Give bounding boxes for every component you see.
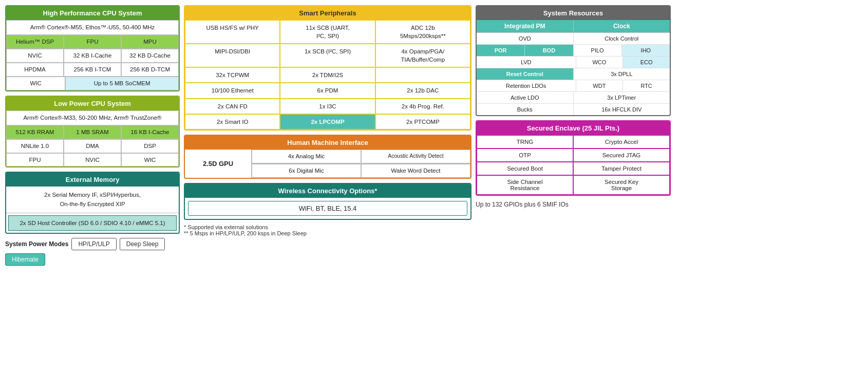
sp-usb: USB HS/FS w/ PHY: [185, 20, 280, 44]
hp-cpu-section: High Performance CPU System Arm® Cortex®…: [5, 5, 180, 91]
lp-cpu-dsp: DSP: [121, 139, 179, 153]
hp-cpu-row1: Helium™ DSP FPU MPU: [6, 35, 179, 49]
wireless-inner: WiFi, BT, BLE, 15.4: [185, 198, 470, 219]
sp-i3c: 1x I3C: [280, 99, 375, 114]
sp-lpcomp: 2x LPCOMP: [280, 114, 375, 129]
sys-bucks: Bucks: [477, 104, 574, 115]
hp-cpu-socmem: Up to 5 MB SoCMEM: [65, 77, 179, 90]
enc-tamper: Tamper Protect: [573, 162, 670, 175]
sys-dpll: 3x DPLL: [574, 68, 670, 80]
lp-cpu-title: Low Power CPU System: [6, 97, 179, 110]
hmi-row2: 6x Digital Mic Wake Word Detect: [252, 164, 470, 178]
sys-act-ldo: Active LDO: [477, 92, 574, 103]
lp-cpu-nvic: NVIC: [64, 153, 121, 167]
sp-tdm: 2x TDM/I2S: [280, 67, 375, 83]
lp-cpu-row2: NNLite 1.0 DMA DSP: [6, 139, 179, 153]
sp-scb1: 1x SCB (I²C, SPI): [280, 44, 375, 67]
ext-mem-row2: 2x SD Host Controller (SD 6.0 / SDIO 4.1…: [8, 215, 177, 231]
enc-boot: Secured Boot: [477, 162, 573, 175]
sp-tcpwm: 32x TCPWM: [185, 67, 280, 83]
sys-hfclk: 16x HFCLK DIV: [574, 104, 670, 115]
hp-cpu-mpu: MPU: [121, 35, 179, 49]
hmi-digital-mic: 6x Digital Mic: [252, 164, 361, 178]
power-modes: System Power Modes HP/LP/ULP Deep Sleep …: [5, 238, 180, 266]
hp-cpu-hpdma: HPDMA: [6, 63, 64, 77]
sp-ethernet: 10/100 Ethernet: [185, 83, 280, 98]
sys-row-reset: Reset Control 3x DPLL: [477, 68, 670, 80]
sys-wco: WCO: [576, 57, 624, 68]
hmi-title: Human Machine Interface: [185, 136, 470, 150]
lp-cpu-icache: 16 KB I-Cache: [121, 125, 179, 139]
hmi-wake-word: Wake Word Detect: [361, 164, 470, 178]
sys-wco-eco: WCO ECO: [576, 57, 670, 68]
hp-cpu-itcm: 256 KB I-TCM: [64, 63, 121, 77]
smart-per-grid: USB HS/FS w/ PHY 11x SCB (UART,I²C, SPI)…: [185, 20, 470, 129]
gpio-note: Up to 132 GPIOs plus 6 SMIF IOs: [476, 201, 671, 208]
sys-wdt: WDT: [576, 80, 624, 91]
sp-prog-ref: 2x 4b Prog. Ref.: [375, 99, 470, 114]
hmi-gpu: 2.5D GPU: [185, 150, 252, 178]
notes: * Supported via external solutions ** 5 …: [184, 224, 471, 236]
hmi-inner: 2.5D GPU 4x Analog Mic Acoustic Activity…: [185, 150, 470, 178]
ext-mem-section: External Memory 2x Serial Memory IF, xSP…: [5, 172, 180, 234]
wireless-section: Wireless Connectivity Options* WiFi, BT,…: [184, 183, 471, 220]
sp-scb11: 11x SCB (UART,I²C, SPI): [280, 20, 375, 44]
sys-row-ovd: OVD Clock Control: [477, 33, 670, 45]
sys-row-lvd: LVD WCO ECO: [477, 57, 670, 68]
main-wrapper: High Performance CPU System Arm® Cortex®…: [5, 5, 863, 266]
enc-jtag: Secured JTAG: [573, 149, 670, 162]
power-label: System Power Modes: [5, 240, 68, 248]
enc-crypto: Crypto Accel: [573, 135, 670, 149]
sys-res-col-headers: Integrated PM Clock: [477, 20, 670, 33]
sys-row-act-ldo: Active LDO 3x LPTimer: [477, 92, 670, 104]
hmi-analog-mic: 4x Analog Mic: [252, 150, 361, 163]
hp-cpu-row4: WIC Up to 5 MB SoCMEM: [6, 77, 179, 90]
sys-row-bucks: Bucks 16x HFCLK DIV: [477, 104, 670, 115]
sp-empty: [375, 67, 470, 83]
lp-cpu-subtitle: Arm® Cortex®-M33, 50-200 MHz, Arm® Trust…: [6, 110, 179, 125]
sp-pdm: 6x PDM: [280, 83, 375, 98]
sec-enc-section: Secured Enclave (25 JIL Pts.) TRNG Crypt…: [476, 120, 671, 196]
power-btn-hibernate[interactable]: Hibernate: [5, 253, 45, 266]
enc-key-storage: Secured KeyStorage: [573, 175, 670, 195]
sys-row-ret-ldo: Retention LDOs WDT RTC: [477, 80, 670, 92]
sys-por: POR: [477, 45, 525, 56]
enc-grid: TRNG Crypto Accel OTP Secured JTAG Secur…: [477, 135, 670, 195]
col-left: High Performance CPU System Arm® Cortex®…: [5, 5, 180, 266]
enc-trng: TRNG: [477, 135, 573, 149]
sp-ptcomp: 2x PTCOMP: [375, 114, 470, 129]
lp-cpu-sram: 1 MB SRAM: [64, 125, 121, 139]
hp-cpu-dcache: 32 KB D-Cache: [121, 49, 179, 63]
sys-lvd: LVD: [477, 57, 576, 68]
sys-res-title: System Resources: [477, 6, 670, 20]
sec-enc-title: Secured Enclave (25 JIL Pts.): [477, 121, 670, 135]
hmi-row1: 4x Analog Mic Acoustic Activity Detect: [252, 150, 470, 164]
lp-cpu-nnlite: NNLite 1.0: [6, 139, 64, 153]
hp-cpu-nvic: NVIC: [6, 49, 64, 63]
hp-cpu-title: High Performance CPU System: [6, 6, 179, 20]
sys-ret-ldos: Retention LDOs: [477, 80, 576, 91]
power-btn-hp[interactable]: HP/LP/ULP: [71, 238, 116, 250]
hmi-acoustic: Acoustic Activity Detect: [361, 150, 470, 163]
hp-cpu-subtitle-row: Arm® Cortex®-M55, Ethos™-U55, 50-400 MHz: [6, 20, 179, 35]
sp-canfd: 2x CAN FD: [185, 99, 280, 114]
smart-per-section: Smart Peripherals USB HS/FS w/ PHY 11x S…: [184, 5, 471, 131]
hp-cpu-helium: Helium™ DSP: [6, 35, 64, 49]
sys-row-por: POR BOD PILO IHO: [477, 45, 670, 57]
col-middle: Smart Peripherals USB HS/FS w/ PHY 11x S…: [184, 5, 471, 266]
sys-rtc: RTC: [623, 80, 670, 91]
power-btn-deep[interactable]: Deep Sleep: [120, 238, 165, 250]
lp-cpu-row1: 512 KB RRAM 1 MB SRAM 16 KB I-Cache: [6, 125, 179, 139]
wireless-title: Wireless Connectivity Options*: [185, 184, 470, 198]
hmi-right: 4x Analog Mic Acoustic Activity Detect 6…: [252, 150, 470, 178]
sys-por-bod: POR BOD: [477, 45, 574, 56]
lp-cpu-dma: DMA: [64, 139, 121, 153]
lp-cpu-section: Low Power CPU System Arm® Cortex®-M33, 5…: [5, 96, 180, 168]
note1: * Supported via external solutions: [184, 224, 471, 230]
sys-res-pm-header: Integrated PM: [477, 20, 574, 32]
hp-cpu-row3: HPDMA 256 KB I-TCM 256 KB D-TCM: [6, 63, 179, 77]
sys-reset-ctrl: Reset Control: [477, 68, 574, 80]
lp-cpu-row3: FPU NVIC WIC: [6, 153, 179, 167]
sp-adc: ADC 12b5Msps/200ksps**: [375, 20, 470, 44]
ext-mem-row1: 2x Serial Memory IF, xSPI/Hyperbus,On-th…: [6, 187, 179, 213]
